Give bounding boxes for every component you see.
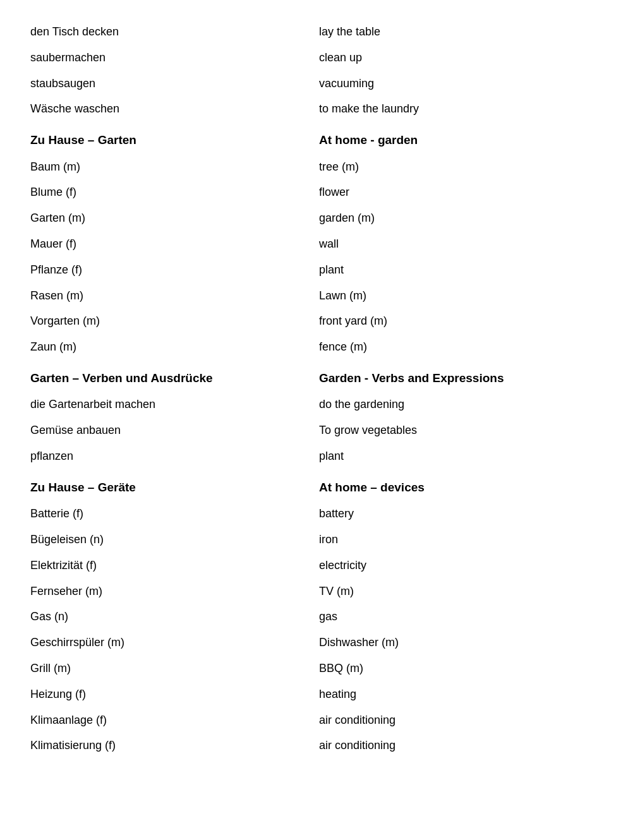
- vocab-german: Zaun (m): [25, 334, 314, 360]
- vocab-english: Dishwasher (m): [314, 630, 603, 656]
- vocab-english: BBQ (m): [314, 656, 603, 681]
- vocab-english: battery: [314, 501, 603, 527]
- vocab-german: Wäsche waschen: [25, 96, 314, 122]
- vocab-german: Gemüse anbauen: [25, 417, 314, 443]
- vocab-english: gas: [314, 604, 603, 630]
- section-header-english: Garden - Verbs and Expressions: [314, 360, 603, 392]
- vocab-english: air conditioning: [314, 733, 603, 759]
- vocab-english: front yard (m): [314, 308, 603, 334]
- vocab-german: Klimaanlage (f): [25, 707, 314, 733]
- section-header-german: Zu Hause – Garten: [25, 122, 314, 153]
- vocab-german: Batterie (f): [25, 501, 314, 527]
- vocab-german: staubsaugen: [25, 71, 314, 97]
- vocab-german: Elektrizität (f): [25, 553, 314, 579]
- vocab-english: tree (m): [314, 154, 603, 180]
- vocab-german: die Gartenarbeit machen: [25, 392, 314, 417]
- vocab-german: pflanzen: [25, 443, 314, 469]
- section-header-english: At home - garden: [314, 122, 603, 153]
- vocab-english: fence (m): [314, 334, 603, 360]
- vocab-english: Lawn (m): [314, 283, 603, 309]
- vocab-german: den Tisch decken: [25, 19, 314, 45]
- vocab-english: air conditioning: [314, 707, 603, 733]
- vocab-table: den Tisch deckenlay the tablesaubermache…: [25, 19, 603, 759]
- vocab-german: Grill (m): [25, 656, 314, 681]
- vocab-german: Heizung (f): [25, 681, 314, 707]
- vocab-english: plant: [314, 257, 603, 283]
- vocab-english: do the gardening: [314, 392, 603, 417]
- vocab-german: Baum (m): [25, 154, 314, 180]
- vocab-german: Bügeleisen (n): [25, 527, 314, 553]
- vocab-english: garden (m): [314, 205, 603, 231]
- vocab-german: Blume (f): [25, 179, 314, 205]
- section-header-english: At home – devices: [314, 469, 603, 501]
- vocab-german: Klimatisierung (f): [25, 733, 314, 759]
- vocab-german: saubermachen: [25, 45, 314, 71]
- vocab-german: Mauer (f): [25, 231, 314, 257]
- vocab-german: Vorgarten (m): [25, 308, 314, 334]
- vocab-english: vacuuming: [314, 71, 603, 97]
- section-header-german: Zu Hause – Geräte: [25, 469, 314, 501]
- vocab-english: iron: [314, 527, 603, 553]
- vocab-english: lay the table: [314, 19, 603, 45]
- vocab-english: electricity: [314, 553, 603, 579]
- vocab-german: Geschirrspüler (m): [25, 630, 314, 656]
- vocab-english: heating: [314, 681, 603, 707]
- vocab-english: wall: [314, 231, 603, 257]
- section-header-german: Garten – Verben und Ausdrücke: [25, 360, 314, 392]
- vocab-german: Garten (m): [25, 205, 314, 231]
- vocab-english: plant: [314, 443, 603, 469]
- vocab-german: Gas (n): [25, 604, 314, 630]
- vocab-german: Rasen (m): [25, 283, 314, 309]
- vocab-english: TV (m): [314, 579, 603, 604]
- vocab-german: Pflanze (f): [25, 257, 314, 283]
- vocab-english: to make the laundry: [314, 96, 603, 122]
- vocab-german: Fernseher (m): [25, 579, 314, 604]
- vocab-english: To grow vegetables: [314, 417, 603, 443]
- vocab-english: flower: [314, 179, 603, 205]
- vocab-english: clean up: [314, 45, 603, 71]
